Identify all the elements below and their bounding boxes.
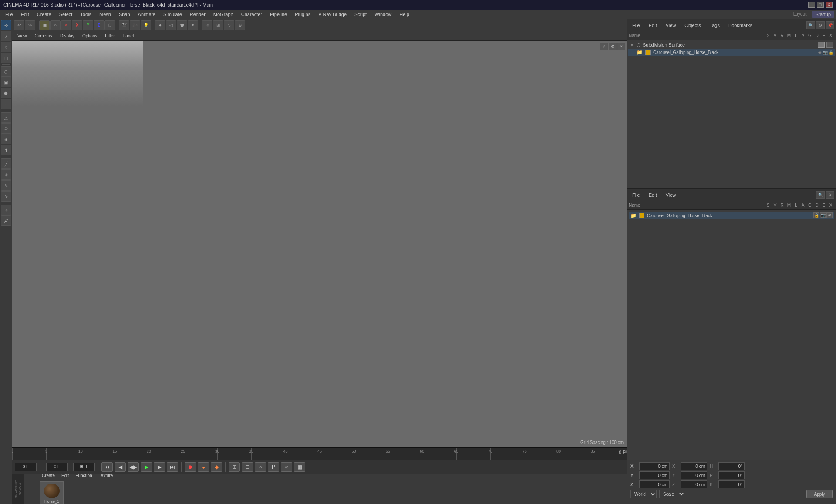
tool-loop[interactable]: ⬭ (1, 123, 11, 134)
tool-select-all[interactable]: ◻ (1, 53, 11, 63)
coord-x2-input[interactable]: 0 cm (681, 462, 707, 470)
tool-move[interactable]: ✛ (1, 20, 11, 30)
view-menu-cameras[interactable]: Cameras (31, 33, 56, 39)
obj-row-subdivsurface[interactable]: ▼ ⬡ Subdivision Surface (628, 41, 835, 49)
tool-grid[interactable]: ⊞ (213, 20, 223, 30)
obj-row-carousel-horse[interactable]: 📁 Carousel_Galloping_Horse_Black 👁 📷 🔒 (628, 49, 835, 56)
attr-menu-edit[interactable]: Edit (645, 192, 661, 198)
obj-lock-icon[interactable]: 🔒 (829, 50, 833, 55)
obj-menu-view[interactable]: View (662, 22, 680, 29)
end-frame-input[interactable] (73, 463, 95, 471)
viewport[interactable]: Perspective (12, 41, 627, 447)
obj-cam-icon[interactable]: 📷 (823, 50, 828, 55)
menu-tools[interactable]: Tools (77, 11, 95, 18)
coord-z-input[interactable]: 0 cm (639, 480, 670, 488)
tool-bevel[interactable]: ◈ (1, 134, 11, 144)
tool-more[interactable]: ⊕ (235, 20, 245, 30)
menu-help[interactable]: Help (396, 11, 413, 18)
close-button[interactable]: ✕ (826, 2, 833, 8)
mat-menu-function[interactable]: Function (73, 472, 94, 479)
coord-y-input[interactable]: 0 cm (639, 471, 670, 479)
menu-mograph[interactable]: MoGraph (210, 11, 237, 18)
menu-animate[interactable]: Animate (135, 11, 159, 18)
attr-search-icon[interactable]: 🔍 (816, 191, 825, 199)
menu-pipeline[interactable]: Pipeline (266, 11, 290, 18)
tool-X-axis[interactable]: ✕ (61, 20, 71, 30)
menu-script[interactable]: Script (351, 11, 370, 18)
attr-lock-btn[interactable]: 🔒 (813, 212, 819, 218)
menu-create[interactable]: Create (34, 11, 55, 18)
attr-eye-btn[interactable]: 👁 (826, 212, 833, 218)
coord-p-input[interactable]: 0° (718, 471, 745, 479)
tool-render[interactable]: 🎬 (119, 20, 129, 30)
motion-play-btn[interactable]: P (268, 462, 279, 472)
tool-edge-mode[interactable]: ⬟ (1, 88, 11, 98)
tool-Y-label[interactable]: Y (83, 20, 93, 30)
motion-extra-btn[interactable]: ≋ (281, 462, 292, 472)
attr-cam-btn[interactable]: 📷 (820, 212, 826, 218)
menu-file[interactable]: File (2, 11, 17, 18)
viewport-close-btn[interactable]: ✕ (617, 43, 625, 50)
attr-selected-row[interactable]: 📁 Carousel_Galloping_Horse_Black 🔒 📷 👁 (629, 212, 834, 219)
tool-scale[interactable]: ⤢ (1, 31, 11, 41)
menu-plugins[interactable]: Plugins (291, 11, 314, 18)
tool-select-rect[interactable]: ○ (50, 20, 61, 30)
attr-menu-file[interactable]: File (629, 192, 644, 198)
obj-menu-edit[interactable]: Edit (645, 22, 661, 29)
tool-knife[interactable]: ╱ (1, 158, 11, 169)
obj-config-icon[interactable]: ⚙ (816, 21, 825, 29)
menu-mesh[interactable]: Mesh (96, 11, 115, 18)
subdiv-render-icon[interactable] (826, 42, 833, 48)
tool-world[interactable]: ⬡ (104, 20, 115, 30)
expand-icon[interactable]: ▼ (630, 42, 635, 47)
tool-background[interactable]: ⬟ (177, 20, 187, 30)
view-menu-panel[interactable]: Panel (119, 33, 138, 39)
menu-edit[interactable]: Edit (17, 11, 33, 18)
tool-floor[interactable]: ● (155, 20, 165, 30)
go-to-start-btn[interactable]: ⏮ (101, 462, 113, 472)
tool-light[interactable]: 💡 (141, 20, 151, 30)
tool-undo-icon[interactable]: ↩ (14, 20, 24, 30)
menu-render[interactable]: Render (186, 11, 209, 18)
autokey-btn[interactable]: ⬥ (198, 462, 209, 472)
coord-h-input[interactable]: 0° (718, 462, 745, 470)
attr-menu-view[interactable]: View (662, 192, 680, 198)
coord-b-input[interactable]: 0° (718, 480, 745, 488)
tool-renderregion[interactable]: 🎥 (130, 20, 140, 30)
motion-record-btn[interactable]: ○ (255, 462, 266, 472)
play-reverse-btn[interactable]: ◀▶ (128, 462, 139, 472)
tool-snap[interactable]: ≋ (202, 20, 212, 30)
record-btn[interactable]: ⏺ (185, 462, 196, 472)
menu-vray[interactable]: V-Ray Bridge (315, 11, 350, 18)
tool-poly-mode[interactable]: ▣ (1, 77, 11, 87)
tool-rotate[interactable]: ↺ (1, 42, 11, 52)
tool-spline-t[interactable]: ∿ (224, 20, 234, 30)
material-horse1[interactable]: Horse_1 (40, 481, 64, 504)
tool-Z-label[interactable]: Z (94, 20, 104, 30)
tool-redo-icon[interactable]: ↪ (25, 20, 35, 30)
coord-mode-dropdown[interactable]: World Local Parent (630, 490, 657, 498)
subdiv-vis-icon[interactable] (818, 42, 825, 48)
key-btn[interactable]: ◆ (211, 462, 222, 472)
viewport-config-btn[interactable]: ⚙ (609, 43, 617, 50)
maximize-button[interactable]: □ (817, 2, 824, 8)
play-btn[interactable]: ▶ (141, 462, 152, 472)
step-fwd-btn[interactable]: ▶ (154, 462, 165, 472)
frame-rate-input[interactable] (46, 463, 68, 471)
minimize-button[interactable]: _ (808, 2, 815, 8)
tool-magnet[interactable]: ⊕ (1, 169, 11, 180)
mat-menu-texture[interactable]: Texture (96, 472, 116, 479)
menu-select[interactable]: Select (56, 11, 76, 18)
obj-menu-objects[interactable]: Objects (681, 22, 704, 29)
menu-snap[interactable]: Snap (115, 11, 134, 18)
menu-character[interactable]: Character (238, 11, 266, 18)
scale-mode-dropdown[interactable]: Scale Size (659, 490, 685, 498)
obj-eye-icon[interactable]: 👁 (818, 50, 822, 55)
view-menu-display[interactable]: Display (57, 33, 78, 39)
menu-simulate[interactable]: Simulate (160, 11, 185, 18)
motion-system-btn[interactable]: ⊟ (242, 462, 253, 472)
tool-point-mode[interactable]: · (1, 99, 11, 109)
obj-menu-bookmarks[interactable]: Bookmarks (725, 22, 756, 29)
view-menu-filter[interactable]: Filter (101, 33, 118, 39)
step-back-btn[interactable]: ◀ (115, 462, 126, 472)
